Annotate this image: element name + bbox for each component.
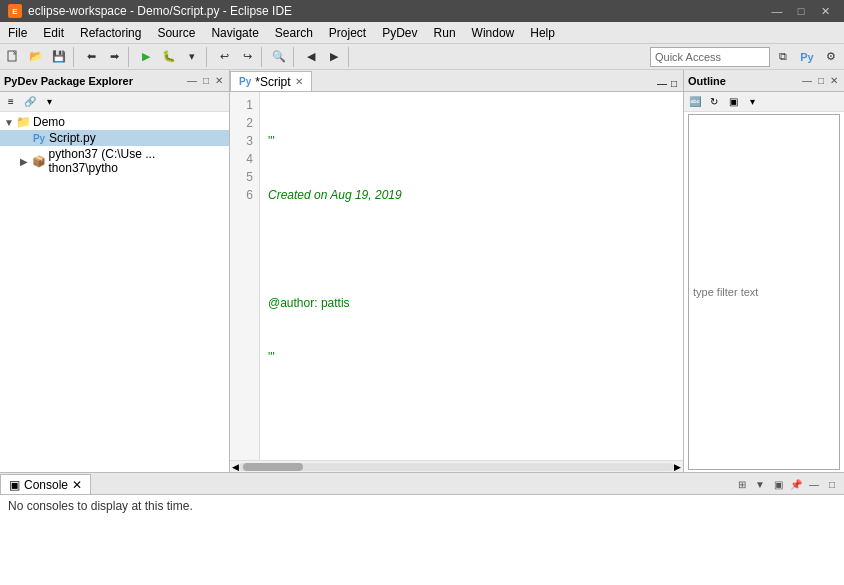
main-area: PyDev Package Explorer — □ ✕ ≡ 🔗 ▾ ▼ 📁 D…	[0, 70, 844, 585]
scriptpy-label: Script.py	[49, 131, 96, 145]
find-button[interactable]: 🔍	[268, 46, 290, 68]
console-new-btn[interactable]: ⊞	[734, 476, 750, 492]
demo-arrow: ▼	[4, 117, 16, 128]
menu-navigate[interactable]: Navigate	[203, 22, 266, 44]
menu-refactoring[interactable]: Refactoring	[72, 22, 149, 44]
editor-tabs: Py *Script ✕ — □	[230, 70, 683, 92]
scroll-track	[239, 463, 674, 471]
outline-sync-btn[interactable]: ↻	[705, 93, 723, 111]
menu-edit[interactable]: Edit	[35, 22, 72, 44]
menu-source[interactable]: Source	[149, 22, 203, 44]
menu-pydev[interactable]: PyDev	[374, 22, 425, 44]
outline-sort-btn[interactable]: 🔤	[686, 93, 704, 111]
demo-label: Demo	[33, 115, 65, 129]
settings-button[interactable]: ⚙	[820, 46, 842, 68]
undo-button[interactable]: ↩	[213, 46, 235, 68]
toolbar-sep-4	[261, 47, 265, 67]
pydev-icon[interactable]: Py	[796, 46, 818, 68]
code-content[interactable]: ''' Created on Aug 19, 2019 @author: pat…	[260, 92, 683, 460]
console-tab-icon: ▣	[9, 478, 20, 492]
editor-min-button[interactable]: —	[655, 76, 669, 91]
console-minimize-btn[interactable]: —	[806, 476, 822, 492]
quick-access-input[interactable]: Quick Access	[650, 47, 770, 67]
link-editor-button[interactable]: 🔗	[21, 93, 39, 111]
console-tab-close[interactable]: ✕	[72, 478, 82, 492]
view-menu-button[interactable]: ▾	[40, 93, 58, 111]
collapse-all-button[interactable]: ≡	[2, 93, 20, 111]
menu-help[interactable]: Help	[522, 22, 563, 44]
outline-min-button[interactable]: —	[800, 73, 814, 88]
prev-edit-btn[interactable]: ⬅	[80, 46, 102, 68]
menu-project[interactable]: Project	[321, 22, 374, 44]
toolbar-sep-5	[293, 47, 297, 67]
demo-folder-icon: 📁	[16, 115, 30, 129]
console-maximize-btn[interactable]: □	[824, 476, 840, 492]
menu-run[interactable]: Run	[426, 22, 464, 44]
tree-item-python37[interactable]: ▶ 📦 python37 (C:\Use ... thon37\pytho	[0, 146, 229, 176]
menubar: File Edit Refactoring Source Navigate Se…	[0, 22, 844, 44]
console-open-btn[interactable]: ▣	[770, 476, 786, 492]
quick-access-label: Quick Access	[655, 51, 721, 63]
line-3	[268, 240, 271, 258]
back-button[interactable]: ◀	[300, 46, 322, 68]
save-button[interactable]: 💾	[48, 46, 70, 68]
python37-label: python37 (C:\Use ... thon37\pytho	[49, 147, 225, 175]
menu-search[interactable]: Search	[267, 22, 321, 44]
editor-scrollbar[interactable]: ◀ ▶	[230, 460, 683, 472]
tree-item-scriptpy[interactable]: Py Script.py	[0, 130, 229, 146]
code-editor[interactable]: 1 2 3 4 5 6 ''' Created on Aug 19, 2019 …	[230, 92, 683, 460]
menu-window[interactable]: Window	[464, 22, 523, 44]
toolbar: 📂 💾 ⬅ ➡ ▶ 🐛 ▾ ↩ ↪ 🔍 ◀ ▶ Quick Access ⧉ P…	[0, 44, 844, 70]
script-tab[interactable]: Py *Script ✕	[230, 71, 312, 91]
console-tab-title: Console	[24, 478, 68, 492]
line-5: '''	[268, 348, 275, 366]
console-tab[interactable]: ▣ Console ✕	[0, 474, 91, 494]
menu-file[interactable]: File	[0, 22, 35, 44]
redo-button[interactable]: ↪	[236, 46, 258, 68]
pkg-maximize-button[interactable]: □	[201, 73, 211, 88]
console-content: No consoles to display at this time.	[0, 495, 844, 585]
outline-panel: Outline — □ ✕ 🔤 ↻ ▣ ▾	[684, 70, 844, 472]
scroll-left-btn[interactable]: ◀	[232, 462, 239, 472]
scriptpy-icon: Py	[32, 131, 46, 145]
debug-button[interactable]: 🐛	[158, 46, 180, 68]
pkg-close-button[interactable]: ✕	[213, 73, 225, 88]
line-numbers: 1 2 3 4 5 6	[230, 92, 260, 460]
forward-button[interactable]: ▶	[323, 46, 345, 68]
outline-max-button[interactable]: □	[816, 73, 826, 88]
line-6	[268, 402, 271, 420]
package-explorer-panel: PyDev Package Explorer — □ ✕ ≡ 🔗 ▾ ▼ 📁 D…	[0, 70, 230, 472]
minimize-button[interactable]: —	[766, 0, 788, 22]
run-config-btn[interactable]: ▾	[181, 46, 203, 68]
pkg-tree: ▼ 📁 Demo Py Script.py ▶ 📦 python37 (C:\U…	[0, 112, 229, 472]
next-edit-btn[interactable]: ➡	[103, 46, 125, 68]
outline-toolbar: 🔤 ↻ ▣ ▾	[684, 92, 844, 112]
new-button[interactable]	[2, 46, 24, 68]
console-display-btn[interactable]: ▼	[752, 476, 768, 492]
pkg-minimize-button[interactable]: —	[185, 73, 199, 88]
editor-tab-close[interactable]: ✕	[295, 76, 303, 87]
app-icon: E	[8, 4, 22, 18]
scroll-right-btn[interactable]: ▶	[674, 462, 681, 472]
close-button[interactable]: ✕	[814, 0, 836, 22]
console-pin-btn[interactable]: 📌	[788, 476, 804, 492]
console-message: No consoles to display at this time.	[8, 499, 193, 513]
perspectives-button[interactable]: ⧉	[772, 46, 794, 68]
open-button[interactable]: 📂	[25, 46, 47, 68]
outline-filter-input[interactable]	[688, 114, 840, 470]
toolbar-sep-3	[206, 47, 210, 67]
line-2: Created on Aug 19, 2019	[268, 186, 402, 204]
maximize-button[interactable]: □	[790, 0, 812, 22]
outline-hide-fields-btn[interactable]: ▣	[724, 93, 742, 111]
outline-title: Outline	[688, 75, 796, 87]
outline-close-button[interactable]: ✕	[828, 73, 840, 88]
editor-max-button[interactable]: □	[669, 76, 679, 91]
line-4: @author: pattis	[268, 294, 350, 312]
toolbar-sep-2	[128, 47, 132, 67]
scroll-thumb[interactable]	[243, 463, 303, 471]
pkg-explorer-title: PyDev Package Explorer	[4, 75, 181, 87]
editor-tab-title: *Script	[255, 75, 290, 89]
run-button[interactable]: ▶	[135, 46, 157, 68]
tree-item-demo[interactable]: ▼ 📁 Demo	[0, 114, 229, 130]
outline-menu-btn[interactable]: ▾	[743, 93, 761, 111]
